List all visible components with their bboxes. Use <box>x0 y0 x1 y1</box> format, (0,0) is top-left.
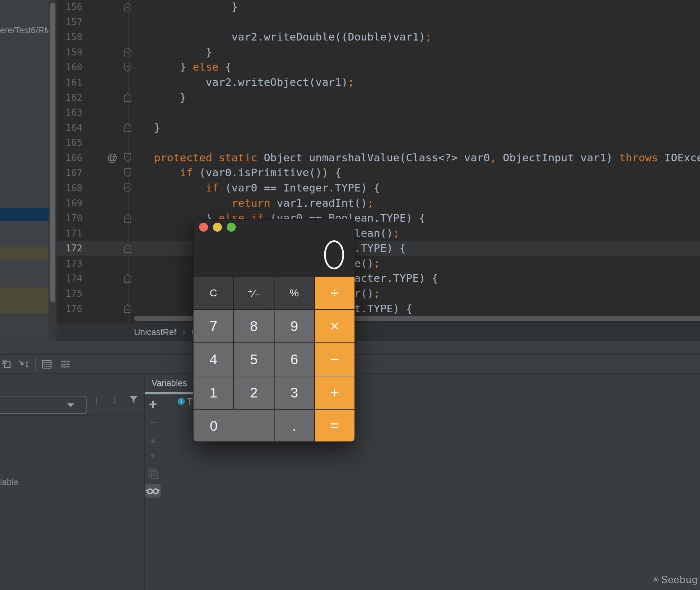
frame-row[interactable] <box>0 247 49 260</box>
calc-key-×[interactable]: × <box>315 310 355 342</box>
calc-key-2[interactable]: 2 <box>234 376 274 409</box>
move-watch-down-button[interactable]: ▼ <box>145 451 161 461</box>
code-line[interactable]: 159 } <box>56 45 700 60</box>
line-number: 175 <box>56 286 82 301</box>
line-number: 165 <box>56 135 82 150</box>
line-number: 170 <box>56 211 82 226</box>
calculator-window[interactable]: C⁺⁄₋%÷789×456−123+0.= <box>193 219 355 442</box>
info-icon: i <box>178 398 185 405</box>
file-path-fragment: ere/Test6/RMI <box>0 25 52 35</box>
code-text: var2.writeObject(var1); <box>128 75 354 90</box>
code-line-current[interactable]: 172 } else if (var0 == Byte.TYPE) { <box>56 241 700 256</box>
calc-key-3[interactable]: 3 <box>275 376 314 409</box>
move-watch-up-button[interactable]: ▲ <box>145 435 161 445</box>
code-line[interactable]: 170 } else if (var0 == Boolean.TYPE) { <box>56 211 700 226</box>
line-number: 166 <box>56 150 82 166</box>
calculator-display <box>194 220 355 276</box>
code-line[interactable]: 165 <box>56 135 700 150</box>
code-line[interactable]: 160 } else { <box>56 60 700 75</box>
seebug-watermark: Seebug <box>653 571 698 589</box>
calc-key-−[interactable]: − <box>315 343 355 376</box>
calc-key-=[interactable]: = <box>315 410 355 442</box>
line-number: 167 <box>56 165 82 180</box>
close-frame-icon[interactable] <box>1 359 12 369</box>
code-line[interactable]: 156 } <box>56 0 700 15</box>
frames-separator <box>0 415 145 415</box>
calc-key-1[interactable]: 1 <box>194 376 233 409</box>
code-line[interactable]: 164 } <box>56 120 700 135</box>
remove-watch-button[interactable]: − <box>145 415 161 430</box>
calc-key-C[interactable]: C <box>194 277 233 309</box>
frames-scrollbar[interactable] <box>50 3 55 302</box>
code-text: } <box>128 0 238 15</box>
breadcrumb-class[interactable]: UnicastRef <box>134 327 176 337</box>
line-number: 159 <box>56 45 82 60</box>
code-line[interactable]: 168 if (var0 == Integer.TYPE) { <box>56 180 700 196</box>
show-watches-toggle[interactable] <box>145 484 161 498</box>
code-line[interactable]: 157 <box>56 15 700 30</box>
calc-key-0[interactable]: 0 <box>194 410 274 442</box>
calc-key-+[interactable]: + <box>315 376 355 409</box>
code-line[interactable]: 158 var2.writeDouble((Double)var1); <box>56 29 700 45</box>
code-line[interactable]: 174 } else if (var0 == Character.TYPE) { <box>56 271 700 286</box>
calc-key-9[interactable]: 9 <box>275 310 314 342</box>
tab-active-underline <box>145 392 194 394</box>
code-line[interactable]: 169 return var1.readInt(); <box>56 196 700 211</box>
line-number: 169 <box>56 196 82 211</box>
zoom-window-button[interactable] <box>227 223 236 232</box>
calc-key-8[interactable]: 8 <box>234 310 274 342</box>
jump-to-cursor-icon[interactable] <box>18 359 29 369</box>
code-text: return var1.readInt(); <box>128 196 374 211</box>
code-line[interactable]: 171 return var1.readBoolean(); <box>56 226 700 241</box>
calc-key-7[interactable]: 7 <box>194 310 233 342</box>
code-line[interactable]: 166@ protected static Object unmarshalVa… <box>56 150 700 166</box>
code-text: var2.writeDouble((Double)var1); <box>128 29 432 45</box>
breadcrumb-separator: › <box>176 327 192 337</box>
code-line[interactable]: 162 } <box>56 90 700 105</box>
seebug-bug-icon <box>653 571 659 588</box>
calculator-keypad: C⁺⁄₋%÷789×456−123+0.= <box>194 276 355 442</box>
calc-key-5[interactable]: 5 <box>234 343 274 376</box>
code-line[interactable]: 163 <box>56 105 700 120</box>
code-text: } <box>128 120 160 135</box>
breadcrumb[interactable]: UnicastRef›u <box>134 323 197 341</box>
code-line[interactable]: 175 return var1.readChar(); <box>56 286 700 301</box>
code-text: } else { <box>128 60 232 75</box>
line-number: 172 <box>56 241 82 256</box>
line-number: 161 <box>56 75 82 90</box>
add-watch-button[interactable]: + <box>145 396 161 412</box>
code-line[interactable]: 176 } else if (var0 == Short.TYPE) { <box>56 301 700 316</box>
calc-key-.[interactable]: . <box>275 410 314 442</box>
funnel-icon[interactable] <box>129 395 138 404</box>
frame-row[interactable] <box>0 208 49 221</box>
calc-key-4[interactable]: 4 <box>194 343 233 376</box>
line-number: 160 <box>56 60 82 75</box>
frame-down-button[interactable]: ↓ <box>111 393 117 406</box>
calc-key-6[interactable]: 6 <box>275 343 314 376</box>
copy-icon[interactable] <box>145 468 161 479</box>
calc-key-%[interactable]: % <box>275 277 314 309</box>
seebug-logo-text: Seebug <box>661 574 698 585</box>
minimize-window-button[interactable] <box>213 223 222 232</box>
code-line[interactable]: 173 return var1.readByte(); <box>56 256 700 271</box>
code-editor[interactable]: 156 }157158 var2.writeDouble((Double)var… <box>56 0 700 341</box>
line-number: 162 <box>56 90 82 105</box>
code-text: if (var0 == Integer.TYPE) { <box>128 180 380 196</box>
evaluate-grid-icon[interactable] <box>42 359 52 369</box>
close-window-button[interactable] <box>199 223 208 232</box>
frame-up-button[interactable]: ↑ <box>93 393 99 406</box>
filter-lines-icon[interactable] <box>60 359 71 369</box>
line-number: 164 <box>56 120 82 135</box>
code-line[interactable]: 167 if (var0.isPrimitive()) { <box>56 165 700 180</box>
line-number: 156 <box>56 0 82 15</box>
frame-row[interactable] <box>0 287 49 313</box>
frame-row[interactable] <box>0 260 49 287</box>
calc-key-⁺⁄₋[interactable]: ⁺⁄₋ <box>234 277 274 309</box>
tab-variables[interactable]: Variables <box>145 374 194 394</box>
thread-dropdown[interactable] <box>0 396 87 414</box>
code-line[interactable]: 161 var2.writeObject(var1); <box>56 75 700 90</box>
calc-key-÷[interactable]: ÷ <box>315 277 355 309</box>
frame-row[interactable] <box>0 221 49 247</box>
code-text: if (var0.isPrimitive()) { <box>128 165 341 180</box>
screenshot-root: ere/Test6/RMI 156 }157158 var2.writeDoub… <box>0 0 700 590</box>
